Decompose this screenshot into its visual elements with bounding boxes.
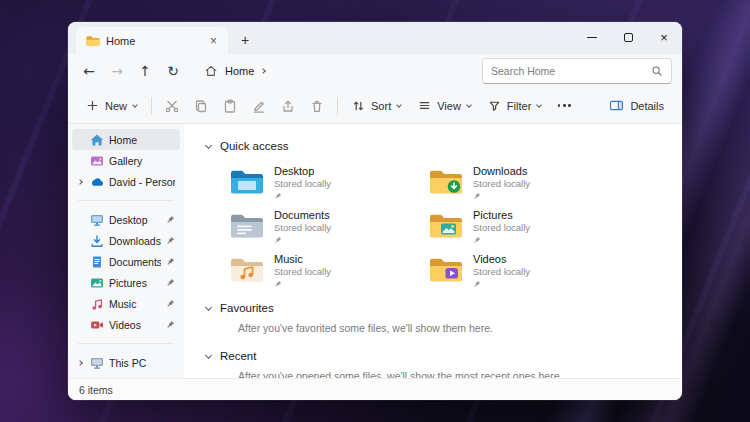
- refresh-button[interactable]: ↻: [160, 58, 186, 84]
- file-explorer-window: Home × + × ← → ↑ ↻ Home: [68, 22, 682, 400]
- breadcrumb[interactable]: Home: [225, 65, 254, 77]
- window-body: Home Gallery David - Perso: [68, 124, 682, 378]
- breadcrumb-chevron-icon[interactable]: [261, 68, 267, 74]
- sidebar-item-pictures[interactable]: Pictures: [72, 272, 180, 293]
- chevron-down-icon: [132, 102, 138, 108]
- back-button[interactable]: ←: [76, 58, 102, 84]
- onedrive-cloud-icon: [90, 175, 104, 189]
- new-button[interactable]: New: [78, 92, 145, 120]
- separator: [337, 97, 338, 115]
- tile-videos[interactable]: Videos Stored locally: [423, 250, 608, 290]
- content-area: Quick access Desktop Stored locally: [184, 124, 682, 378]
- sidebar-divider: [78, 343, 174, 344]
- rename-button[interactable]: [245, 92, 273, 120]
- tile-documents[interactable]: Documents Stored locally: [224, 206, 409, 246]
- sort-button[interactable]: Sort: [344, 92, 409, 120]
- paste-button[interactable]: [216, 92, 244, 120]
- details-pane-icon: [609, 99, 624, 112]
- tab-close-icon[interactable]: ×: [205, 32, 222, 49]
- sidebar-item-videos[interactable]: Videos: [72, 314, 180, 335]
- home-icon: [90, 133, 104, 147]
- recent-empty-text: After you've opened some files, we'll sh…: [238, 370, 668, 378]
- tile-subtitle: Stored locally: [473, 222, 530, 234]
- pin-icon: [274, 280, 282, 288]
- view-button[interactable]: View: [410, 92, 479, 120]
- delete-button[interactable]: [303, 92, 331, 120]
- share-button[interactable]: [274, 92, 302, 120]
- copy-button[interactable]: [187, 92, 215, 120]
- sidebar-item-home[interactable]: Home: [72, 129, 180, 150]
- paste-icon: [223, 99, 237, 113]
- section-quick-access[interactable]: Quick access: [206, 136, 668, 156]
- cut-button[interactable]: [158, 92, 186, 120]
- sidebar-item-this-pc[interactable]: This PC: [72, 352, 180, 373]
- collapse-chevron-icon: [205, 141, 212, 148]
- sidebar-item-label: Music: [109, 298, 161, 310]
- copy-icon: [194, 99, 208, 113]
- collapse-chevron-icon: [205, 351, 212, 358]
- view-icon: [418, 99, 431, 112]
- videos-icon: [90, 318, 104, 332]
- gallery-icon: [90, 154, 104, 168]
- home-icon: [204, 64, 218, 78]
- videos-folder-icon: [429, 256, 463, 284]
- tile-text: Videos Stored locally: [473, 252, 530, 288]
- sidebar-item-documents[interactable]: Documents: [72, 251, 180, 272]
- tile-text: Downloads Stored locally: [473, 164, 530, 200]
- sidebar-item-label: Gallery: [109, 155, 175, 167]
- quick-access-grid: Desktop Stored locally: [224, 162, 668, 290]
- tile-downloads[interactable]: Downloads Stored locally: [423, 162, 608, 202]
- section-title: Favourites: [220, 302, 274, 314]
- forward-button[interactable]: →: [104, 58, 130, 84]
- sidebar-item-music[interactable]: Music: [72, 293, 180, 314]
- pictures-folder-icon: [429, 212, 463, 240]
- tile-music[interactable]: Music Stored locally: [224, 250, 409, 290]
- tile-subtitle: Stored locally: [274, 222, 331, 234]
- close-button[interactable]: ×: [646, 22, 682, 52]
- sidebar-item-label: This PC: [109, 357, 175, 369]
- pin-icon: [274, 236, 282, 244]
- search-input[interactable]: [491, 65, 651, 77]
- minimize-button[interactable]: [574, 22, 610, 52]
- details-button[interactable]: Details: [601, 92, 672, 120]
- tab-home[interactable]: Home ×: [76, 27, 228, 54]
- collapse-chevron-icon: [205, 303, 212, 310]
- details-label: Details: [630, 100, 664, 112]
- sidebar-item-desktop[interactable]: Desktop: [72, 209, 180, 230]
- expand-chevron-icon[interactable]: [74, 361, 85, 365]
- maximize-icon: [624, 33, 633, 42]
- section-title: Recent: [220, 350, 256, 362]
- sidebar-item-gallery[interactable]: Gallery: [72, 150, 180, 171]
- sidebar-item-label: Pictures: [109, 277, 161, 289]
- plus-icon: [86, 99, 99, 112]
- music-folder-icon: [230, 256, 264, 284]
- tile-pictures[interactable]: Pictures Stored locally: [423, 206, 608, 246]
- titlebar[interactable]: Home × + ×: [68, 22, 682, 54]
- documents-icon: [90, 255, 104, 269]
- expand-chevron-icon[interactable]: [74, 180, 85, 184]
- filter-button[interactable]: Filter: [480, 92, 549, 120]
- pin-icon: [166, 299, 175, 308]
- pin-icon: [473, 236, 481, 244]
- tile-name: Pictures: [473, 208, 530, 222]
- chevron-down-icon: [396, 102, 402, 108]
- sidebar-item-downloads[interactable]: Downloads: [72, 230, 180, 251]
- new-tab-button[interactable]: +: [234, 29, 256, 51]
- pin-icon: [166, 257, 175, 266]
- scissors-icon: [165, 99, 179, 113]
- section-recent[interactable]: Recent: [206, 346, 668, 366]
- address-bar[interactable]: Home: [196, 58, 472, 84]
- sidebar-divider: [78, 200, 174, 201]
- section-favourites[interactable]: Favourites: [206, 298, 668, 318]
- search-box[interactable]: [482, 58, 672, 84]
- more-button[interactable]: [550, 92, 578, 120]
- maximize-button[interactable]: [610, 22, 646, 52]
- tile-desktop[interactable]: Desktop Stored locally: [224, 162, 409, 202]
- pin-icon: [473, 280, 481, 288]
- tile-name: Videos: [473, 252, 530, 266]
- up-button[interactable]: ↑: [132, 58, 158, 84]
- desktop-background: Home × + × ← → ↑ ↻ Home: [0, 0, 750, 422]
- trash-icon: [310, 99, 324, 113]
- sidebar-item-onedrive[interactable]: David - Persona: [72, 171, 180, 192]
- downloads-icon: [90, 234, 104, 248]
